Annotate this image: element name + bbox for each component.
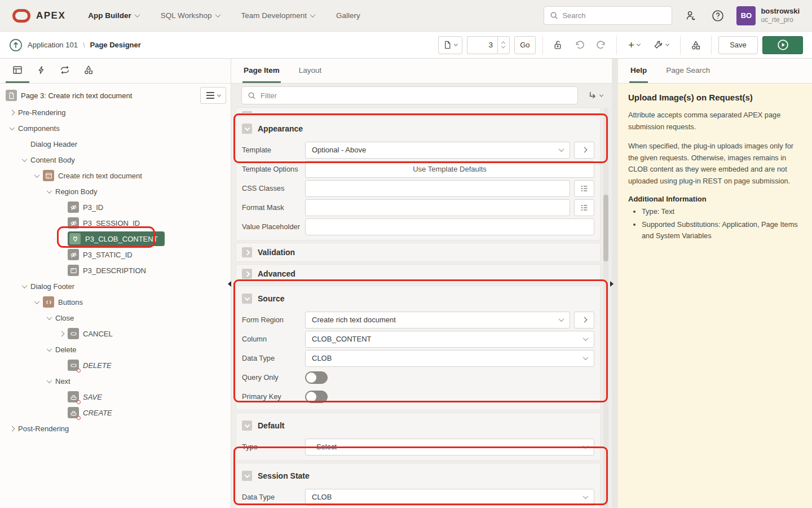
tree-chevron-slot[interactable] xyxy=(6,126,18,130)
select-data-type[interactable]: CLOB xyxy=(305,350,594,367)
tree-item-p3-id[interactable]: P3_ID xyxy=(6,199,226,215)
create-menu-button[interactable]: + xyxy=(624,36,645,54)
toggle-primary-key[interactable] xyxy=(305,391,328,403)
user-menu[interactable]: BO bostrowski uc_rte_pro xyxy=(736,6,800,25)
page-selector-button[interactable] xyxy=(438,36,462,54)
go-button[interactable]: Go xyxy=(514,36,536,54)
breadcrumb-app[interactable]: Application 101 xyxy=(28,41,78,49)
app-home-icon[interactable] xyxy=(9,38,23,52)
tree-chevron-slot[interactable] xyxy=(6,111,18,115)
tab-help[interactable]: Help xyxy=(629,59,648,83)
tree-chevron-slot[interactable] xyxy=(30,300,43,304)
tree-chevron-slot[interactable] xyxy=(43,379,55,383)
tree-item-delete[interactable]: DELETE xyxy=(6,357,226,373)
section-header-default[interactable]: Default xyxy=(242,413,594,438)
center-scrollbar-thumb[interactable] xyxy=(603,195,608,261)
tree-item-create[interactable]: CREATE xyxy=(6,405,226,421)
filter-input[interactable] xyxy=(261,91,572,100)
tree-item-post-rendering[interactable]: Post-Rendering xyxy=(6,421,226,436)
list-values-button[interactable] xyxy=(574,199,594,216)
toggle-query-only[interactable] xyxy=(305,371,328,384)
section-header-appearance[interactable]: Appearance xyxy=(242,116,594,141)
expand-icon[interactable] xyxy=(242,247,252,257)
admin-icon[interactable] xyxy=(682,7,699,24)
tree-item-p3-static-id[interactable]: P3_STATIC_ID xyxy=(6,247,226,262)
tree-item-p3-session-id[interactable]: P3_SESSION_ID xyxy=(6,215,226,231)
tree-item-dialog-footer[interactable]: Dialog Footer xyxy=(6,278,226,294)
tree-item-components[interactable]: Components xyxy=(6,120,226,136)
tree-menu-button[interactable] xyxy=(200,87,226,104)
select-type[interactable]: - Select - xyxy=(305,439,594,456)
collapse-icon[interactable] xyxy=(242,421,252,431)
property-filter[interactable] xyxy=(241,86,578,104)
redo-icon[interactable] xyxy=(593,37,610,54)
input-css-classes[interactable] xyxy=(305,180,570,197)
section-header-session-state[interactable]: Session State xyxy=(242,463,594,488)
list-values-button[interactable] xyxy=(574,180,594,197)
collapse-left-splitter[interactable] xyxy=(228,281,231,287)
collapse-icon[interactable] xyxy=(242,294,252,304)
tree-item-save[interactable]: SAVE xyxy=(6,389,226,405)
undo-icon[interactable] xyxy=(571,37,588,54)
shared-components-icon[interactable] xyxy=(687,37,704,54)
tab-page-shared-components[interactable] xyxy=(77,59,100,83)
nav-item-app-builder[interactable]: App Builder xyxy=(88,11,139,20)
section-header-validation[interactable]: Validation xyxy=(242,243,594,261)
tab-processing[interactable] xyxy=(53,59,77,83)
select-column[interactable]: CLOB_CONTENT xyxy=(305,331,594,348)
tree-chevron-slot[interactable] xyxy=(43,348,55,352)
template-options-button[interactable]: Use Template Defaults xyxy=(305,161,594,178)
tree-item-content-body[interactable]: Content Body xyxy=(6,152,226,168)
tree-chevron-slot[interactable] xyxy=(55,332,68,336)
select-data-type[interactable]: CLOB xyxy=(305,489,594,506)
quick-pick-button[interactable] xyxy=(574,142,594,159)
select-form-region[interactable]: Create rich text document xyxy=(305,312,570,329)
tree-chevron-slot[interactable] xyxy=(30,174,43,178)
tab-dynamic-actions[interactable] xyxy=(29,59,53,83)
quick-pick-button[interactable] xyxy=(574,312,594,329)
tree-item-dialog-header[interactable]: Dialog Header xyxy=(6,136,226,152)
tree-chevron-slot[interactable] xyxy=(43,190,55,194)
goto-group-button[interactable] xyxy=(587,90,603,101)
tree-chevron-slot[interactable] xyxy=(43,316,55,320)
save-button[interactable]: Save xyxy=(718,36,758,54)
tree-item-delete[interactable]: Delete xyxy=(6,341,226,357)
collapse-right-splitter[interactable] xyxy=(610,281,614,287)
tab-rendering[interactable] xyxy=(6,59,29,83)
tab-layout[interactable]: Layout xyxy=(298,59,323,83)
header-search[interactable] xyxy=(544,6,672,25)
tree-item-pre-rendering[interactable]: Pre-Rendering xyxy=(6,104,226,120)
collapse-icon[interactable] xyxy=(242,124,252,134)
tab-page-item[interactable]: Page Item xyxy=(242,59,281,83)
nav-item-sql-workshop[interactable]: SQL Workshop xyxy=(161,11,220,20)
tree-chevron-slot[interactable] xyxy=(18,158,30,162)
tree-item-p3-description[interactable]: P3_DESCRIPTION xyxy=(6,262,226,278)
tree-item-create-rich-text-document[interactable]: Create rich text document xyxy=(6,168,226,183)
nav-item-gallery[interactable]: Gallery xyxy=(336,11,360,20)
tree-item-region-body[interactable]: Region Body xyxy=(6,183,226,199)
tree-item-next[interactable]: Next xyxy=(6,373,226,389)
nav-item-team-development[interactable]: Team Development xyxy=(241,11,315,20)
lock-icon[interactable] xyxy=(550,37,567,54)
run-page-button[interactable] xyxy=(762,36,803,54)
tree-item-p3-clob-content[interactable]: P3_CLOB_CONTENT xyxy=(6,231,226,247)
tree-root-page[interactable]: Page 3: Create rich text document xyxy=(6,87,226,103)
input-format-mask[interactable] xyxy=(305,199,570,216)
select-template[interactable]: Optional - Above xyxy=(305,142,570,159)
tree-chevron-slot[interactable] xyxy=(18,284,30,288)
tree-item-close[interactable]: Close xyxy=(6,310,226,326)
tree-item-cancel[interactable]: CANCEL xyxy=(6,326,226,341)
section-header-advanced[interactable]: Advanced xyxy=(242,265,594,283)
utilities-menu-button[interactable] xyxy=(649,36,673,54)
center-scrollbar-track[interactable] xyxy=(603,108,608,508)
tree-chevron-slot[interactable] xyxy=(6,427,18,431)
search-input[interactable] xyxy=(562,11,667,20)
help-icon[interactable] xyxy=(709,7,726,24)
page-number-stepper[interactable] xyxy=(497,36,510,54)
section-header-source[interactable]: Source xyxy=(242,286,594,311)
input-value-placeholder[interactable] xyxy=(305,218,594,235)
page-number-input[interactable] xyxy=(467,37,497,54)
tree-item-buttons[interactable]: Buttons xyxy=(6,294,226,310)
tab-page-search[interactable]: Page Search xyxy=(665,59,711,83)
collapse-icon[interactable] xyxy=(242,471,252,481)
